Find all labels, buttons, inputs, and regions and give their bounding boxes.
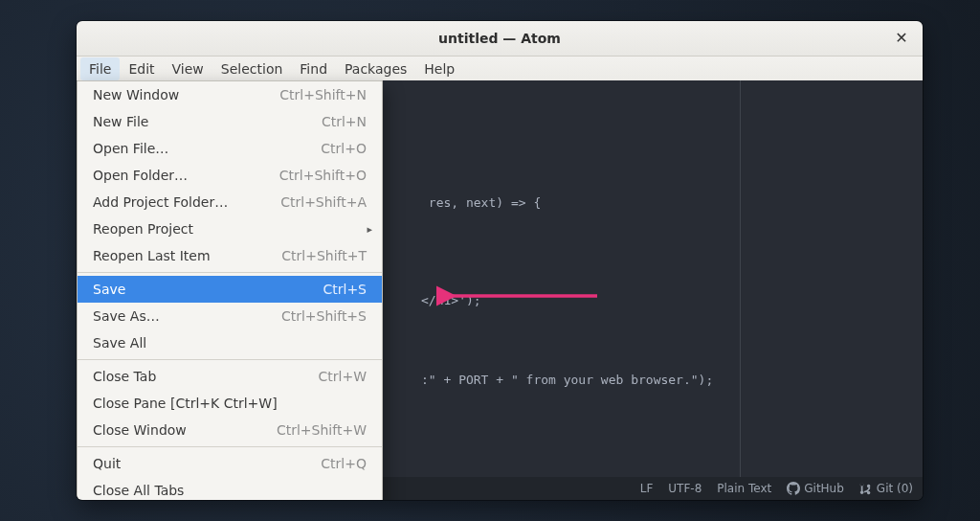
menu-item-close-window[interactable]: Close WindowCtrl+Shift+W <box>78 417 382 443</box>
menu-item-shortcut: Ctrl+S <box>323 282 367 297</box>
status-encoding[interactable]: UTF-8 <box>668 482 702 495</box>
menu-separator <box>78 272 382 273</box>
menu-item-label: Close All Tabs <box>93 483 184 498</box>
menu-item-label: Save As… <box>93 308 160 324</box>
menu-item-label: Close Window <box>93 422 187 438</box>
menu-item-close-all-tabs[interactable]: Close All Tabs <box>78 477 382 500</box>
menu-view[interactable]: View <box>164 57 212 80</box>
window-title: untitled — Atom <box>438 31 561 46</box>
file-menu-dropdown: New WindowCtrl+Shift+NNew FileCtrl+NOpen… <box>77 80 383 500</box>
menu-help[interactable]: Help <box>415 57 463 80</box>
menu-item-shortcut: Ctrl+W <box>319 369 367 384</box>
titlebar: untitled — Atom ✕ <box>77 21 923 57</box>
menu-item-shortcut: Ctrl+Shift+N <box>279 87 367 102</box>
menu-item-shortcut: Ctrl+Shift+S <box>281 308 367 324</box>
close-icon[interactable]: ✕ <box>890 26 913 49</box>
menu-item-open-folder[interactable]: Open Folder…Ctrl+Shift+O <box>78 162 382 189</box>
menu-item-label: Save All <box>93 335 146 351</box>
menu-item-shortcut: Ctrl+Shift+W <box>277 422 367 438</box>
menu-file[interactable]: File <box>80 57 120 80</box>
menu-item-close-tab[interactable]: Close TabCtrl+W <box>78 363 382 390</box>
menu-item-shortcut: Ctrl+N <box>322 114 367 129</box>
menu-item-shortcut: Ctrl+O <box>321 141 367 156</box>
menu-item-close-pane-ctrl-k-ctrl-w[interactable]: Close Pane [Ctrl+K Ctrl+W] <box>78 390 382 417</box>
menu-separator <box>78 359 382 360</box>
menu-edit[interactable]: Edit <box>120 57 163 80</box>
menu-item-save[interactable]: SaveCtrl+S <box>78 276 382 303</box>
status-git[interactable]: Git (0) <box>859 482 913 495</box>
code-fragment: res, next) => { <box>421 195 541 210</box>
wrap-guide <box>740 80 741 477</box>
menu-item-shortcut: Ctrl+Shift+A <box>280 194 367 210</box>
menu-item-label: Close Pane [Ctrl+K Ctrl+W] <box>93 396 278 411</box>
status-grammar[interactable]: Plain Text <box>717 482 771 495</box>
code-fragment: :" + PORT + " from your web browser."); <box>421 373 713 387</box>
menu-find[interactable]: Find <box>291 57 336 80</box>
menu-item-label: Open File… <box>93 141 168 156</box>
menu-item-reopen-last-item[interactable]: Reopen Last ItemCtrl+Shift+T <box>78 242 382 269</box>
status-line-ending[interactable]: LF <box>640 482 654 495</box>
menu-selection[interactable]: Selection <box>212 57 292 80</box>
menu-item-label: Close Tab <box>93 369 156 384</box>
menu-separator <box>78 446 382 447</box>
chevron-right-icon: ▸ <box>367 223 372 236</box>
menu-packages[interactable]: Packages <box>336 57 415 80</box>
menu-item-open-file[interactable]: Open File…Ctrl+O <box>78 135 382 162</box>
status-github-label: GitHub <box>804 482 844 495</box>
menubar: File Edit View Selection Find Packages H… <box>77 57 923 82</box>
menu-item-new-window[interactable]: New WindowCtrl+Shift+N <box>78 81 382 108</box>
menu-item-new-file[interactable]: New FileCtrl+N <box>78 108 382 135</box>
github-icon <box>787 482 800 495</box>
menu-item-reopen-project[interactable]: Reopen Project▸ <box>78 215 382 242</box>
status-github[interactable]: GitHub <box>787 482 844 495</box>
menu-item-label: Add Project Folder… <box>93 194 228 210</box>
menu-item-shortcut: Ctrl+Shift+T <box>281 248 367 263</box>
menu-item-label: Reopen Last Item <box>93 248 211 263</box>
menu-item-shortcut: Ctrl+Shift+O <box>279 168 367 183</box>
code-fragment: </h1>'); <box>421 293 481 307</box>
git-branch-icon <box>859 482 873 495</box>
menu-item-label: New File <box>93 114 148 129</box>
atom-window: untitled — Atom ✕ File Edit View Selecti… <box>77 21 923 500</box>
menu-item-add-project-folder[interactable]: Add Project Folder…Ctrl+Shift+A <box>78 189 382 215</box>
menu-item-label: Open Folder… <box>93 168 188 183</box>
menu-item-shortcut: Ctrl+Q <box>321 456 367 471</box>
menu-item-quit[interactable]: QuitCtrl+Q <box>78 450 382 477</box>
status-git-label: Git (0) <box>877 482 913 495</box>
menu-item-label: Save <box>93 282 125 297</box>
menu-item-label: Quit <box>93 456 121 471</box>
menu-item-save-as[interactable]: Save As…Ctrl+Shift+S <box>78 303 382 329</box>
menu-item-label: Reopen Project <box>93 221 193 237</box>
menu-item-save-all[interactable]: Save All <box>78 329 382 356</box>
menu-item-label: New Window <box>93 87 179 102</box>
